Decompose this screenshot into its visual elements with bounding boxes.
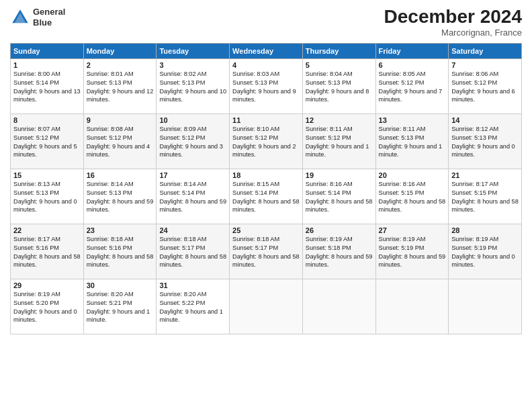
table-cell: 10Sunrise: 8:09 AMSunset: 5:12 PMDayligh… xyxy=(157,113,230,169)
day-detail: Sunrise: 8:14 AMSunset: 5:14 PMDaylight:… xyxy=(159,180,226,215)
day-number: 25 xyxy=(232,226,300,234)
location: Marcorignan, France xyxy=(384,28,522,38)
table-cell xyxy=(449,279,522,334)
day-number: 17 xyxy=(159,171,226,179)
day-detail: Sunrise: 8:19 AMSunset: 5:19 PMDaylight:… xyxy=(451,235,519,270)
table-cell: 9Sunrise: 8:08 AMSunset: 5:12 PMDaylight… xyxy=(83,113,157,169)
table-cell: 27Sunrise: 8:19 AMSunset: 5:19 PMDayligh… xyxy=(375,224,449,279)
day-number: 27 xyxy=(379,226,446,234)
day-detail: Sunrise: 8:11 AMSunset: 5:12 PMDaylight:… xyxy=(306,125,373,160)
day-detail: Sunrise: 8:01 AMSunset: 5:13 PMDaylight:… xyxy=(87,70,154,105)
day-detail: Sunrise: 8:18 AMSunset: 5:17 PMDaylight:… xyxy=(159,235,226,270)
day-number: 2 xyxy=(87,61,154,69)
day-number: 22 xyxy=(13,226,81,234)
calendar-row: 1Sunrise: 8:00 AMSunset: 5:14 PMDaylight… xyxy=(11,58,522,113)
table-cell: 22Sunrise: 8:17 AMSunset: 5:16 PMDayligh… xyxy=(11,224,84,279)
table-cell: 25Sunrise: 8:18 AMSunset: 5:17 PMDayligh… xyxy=(230,224,303,279)
table-cell: 15Sunrise: 8:13 AMSunset: 5:13 PMDayligh… xyxy=(11,169,84,224)
day-detail: Sunrise: 8:19 AMSunset: 5:18 PMDaylight:… xyxy=(306,235,373,270)
table-cell: 26Sunrise: 8:19 AMSunset: 5:18 PMDayligh… xyxy=(302,224,375,279)
day-detail: Sunrise: 8:19 AMSunset: 5:19 PMDaylight:… xyxy=(379,235,446,270)
day-detail: Sunrise: 8:03 AMSunset: 5:13 PMDaylight:… xyxy=(232,70,300,105)
day-number: 26 xyxy=(306,226,373,234)
day-number: 20 xyxy=(379,171,446,179)
day-detail: Sunrise: 8:18 AMSunset: 5:16 PMDaylight:… xyxy=(87,235,154,270)
day-number: 6 xyxy=(379,61,446,69)
table-cell: 14Sunrise: 8:12 AMSunset: 5:13 PMDayligh… xyxy=(449,113,522,169)
table-cell: 3Sunrise: 8:02 AMSunset: 5:13 PMDaylight… xyxy=(157,58,230,113)
day-detail: Sunrise: 8:04 AMSunset: 5:13 PMDaylight:… xyxy=(306,70,373,105)
day-detail: Sunrise: 8:19 AMSunset: 5:20 PMDaylight:… xyxy=(13,290,81,325)
table-cell: 30Sunrise: 8:20 AMSunset: 5:21 PMDayligh… xyxy=(83,279,157,334)
day-detail: Sunrise: 8:20 AMSunset: 5:22 PMDaylight:… xyxy=(159,290,226,325)
day-detail: Sunrise: 8:12 AMSunset: 5:13 PMDaylight:… xyxy=(451,125,519,160)
day-number: 28 xyxy=(451,226,519,234)
day-number: 13 xyxy=(379,116,446,124)
day-number: 23 xyxy=(87,226,154,234)
day-detail: Sunrise: 8:10 AMSunset: 5:12 PMDaylight:… xyxy=(232,125,300,160)
table-cell: 23Sunrise: 8:18 AMSunset: 5:16 PMDayligh… xyxy=(83,224,157,279)
table-cell: 8Sunrise: 8:07 AMSunset: 5:12 PMDaylight… xyxy=(11,113,84,169)
day-number: 21 xyxy=(451,171,519,179)
col-thursday: Thursday xyxy=(302,43,375,58)
day-number: 31 xyxy=(159,281,226,289)
day-number: 10 xyxy=(159,116,226,124)
day-number: 19 xyxy=(306,171,373,179)
day-detail: Sunrise: 8:14 AMSunset: 5:13 PMDaylight:… xyxy=(87,180,154,215)
table-cell: 6Sunrise: 8:05 AMSunset: 5:12 PMDaylight… xyxy=(375,58,449,113)
day-number: 30 xyxy=(87,281,154,289)
day-number: 7 xyxy=(451,61,519,69)
month-title: December 2024 xyxy=(384,7,522,28)
table-cell: 1Sunrise: 8:00 AMSunset: 5:14 PMDaylight… xyxy=(11,58,84,113)
day-number: 1 xyxy=(13,61,81,69)
day-detail: Sunrise: 8:15 AMSunset: 5:14 PMDaylight:… xyxy=(232,180,300,215)
table-cell: 11Sunrise: 8:10 AMSunset: 5:12 PMDayligh… xyxy=(230,113,303,169)
day-number: 3 xyxy=(159,61,226,69)
day-detail: Sunrise: 8:09 AMSunset: 5:12 PMDaylight:… xyxy=(159,125,226,160)
col-tuesday: Tuesday xyxy=(157,43,230,58)
table-cell: 21Sunrise: 8:17 AMSunset: 5:15 PMDayligh… xyxy=(449,169,522,224)
day-detail: Sunrise: 8:02 AMSunset: 5:13 PMDaylight:… xyxy=(159,70,226,105)
col-monday: Monday xyxy=(83,43,157,58)
day-number: 24 xyxy=(159,226,226,234)
day-detail: Sunrise: 8:20 AMSunset: 5:21 PMDaylight:… xyxy=(87,290,154,325)
table-cell xyxy=(302,279,375,334)
logo-icon xyxy=(10,7,30,28)
day-number: 4 xyxy=(232,61,300,69)
day-detail: Sunrise: 8:07 AMSunset: 5:12 PMDaylight:… xyxy=(13,125,81,160)
day-number: 14 xyxy=(451,116,519,124)
day-number: 8 xyxy=(13,116,81,124)
table-cell: 28Sunrise: 8:19 AMSunset: 5:19 PMDayligh… xyxy=(449,224,522,279)
table-cell: 12Sunrise: 8:11 AMSunset: 5:12 PMDayligh… xyxy=(302,113,375,169)
page: General Blue December 2024 Marcorignan, … xyxy=(0,0,532,411)
table-cell: 16Sunrise: 8:14 AMSunset: 5:13 PMDayligh… xyxy=(83,169,157,224)
table-cell: 4Sunrise: 8:03 AMSunset: 5:13 PMDaylight… xyxy=(230,58,303,113)
table-cell: 29Sunrise: 8:19 AMSunset: 5:20 PMDayligh… xyxy=(11,279,84,334)
col-wednesday: Wednesday xyxy=(230,43,303,58)
calendar-row: 15Sunrise: 8:13 AMSunset: 5:13 PMDayligh… xyxy=(11,169,522,224)
day-number: 15 xyxy=(13,171,81,179)
table-cell: 17Sunrise: 8:14 AMSunset: 5:14 PMDayligh… xyxy=(157,169,230,224)
day-detail: Sunrise: 8:11 AMSunset: 5:13 PMDaylight:… xyxy=(379,125,446,160)
calendar-row: 29Sunrise: 8:19 AMSunset: 5:20 PMDayligh… xyxy=(11,279,522,334)
calendar-table: Sunday Monday Tuesday Wednesday Thursday… xyxy=(10,43,522,334)
table-cell: 18Sunrise: 8:15 AMSunset: 5:14 PMDayligh… xyxy=(230,169,303,224)
table-cell xyxy=(375,279,449,334)
day-detail: Sunrise: 8:17 AMSunset: 5:16 PMDaylight:… xyxy=(13,235,81,270)
day-detail: Sunrise: 8:08 AMSunset: 5:12 PMDaylight:… xyxy=(87,125,154,160)
day-detail: Sunrise: 8:16 AMSunset: 5:15 PMDaylight:… xyxy=(379,180,446,215)
table-cell: 31Sunrise: 8:20 AMSunset: 5:22 PMDayligh… xyxy=(157,279,230,334)
day-detail: Sunrise: 8:06 AMSunset: 5:12 PMDaylight:… xyxy=(451,70,519,105)
day-detail: Sunrise: 8:17 AMSunset: 5:15 PMDaylight:… xyxy=(451,180,519,215)
day-number: 12 xyxy=(306,116,373,124)
col-saturday: Saturday xyxy=(449,43,522,58)
day-number: 11 xyxy=(232,116,300,124)
day-detail: Sunrise: 8:00 AMSunset: 5:14 PMDaylight:… xyxy=(13,70,81,105)
day-detail: Sunrise: 8:05 AMSunset: 5:12 PMDaylight:… xyxy=(379,70,446,105)
day-number: 9 xyxy=(87,116,154,124)
logo: General Blue xyxy=(10,7,65,28)
title-block: December 2024 Marcorignan, France xyxy=(384,7,522,38)
table-cell: 5Sunrise: 8:04 AMSunset: 5:13 PMDaylight… xyxy=(302,58,375,113)
day-detail: Sunrise: 8:13 AMSunset: 5:13 PMDaylight:… xyxy=(13,180,81,215)
table-cell: 20Sunrise: 8:16 AMSunset: 5:15 PMDayligh… xyxy=(375,169,449,224)
